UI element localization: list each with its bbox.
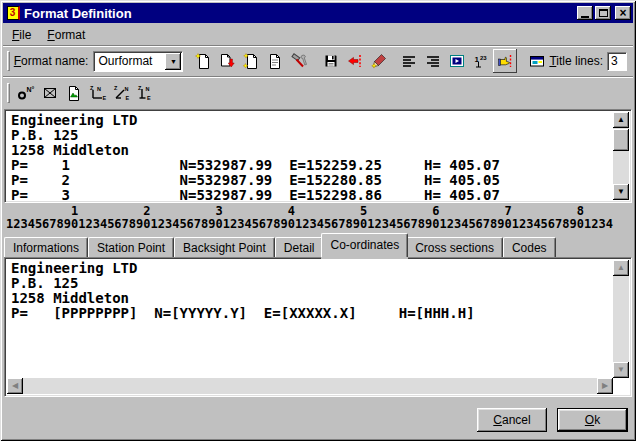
new-document-icon xyxy=(195,53,211,69)
align-left-button[interactable] xyxy=(397,49,421,73)
preview-line: P= 1 N=532987.99 E=152259.25 H= 405.07 xyxy=(11,158,613,173)
import-document-button[interactable] xyxy=(215,49,239,73)
edit-document-button[interactable] xyxy=(239,49,263,73)
svg-text:Z: Z xyxy=(114,85,118,91)
minimize-icon xyxy=(581,16,589,18)
tab-co-ordinates[interactable]: Co-ordinates xyxy=(321,233,408,257)
scroll-right-button[interactable]: ▶ xyxy=(597,378,613,394)
scroll-thumb[interactable] xyxy=(613,129,629,151)
menu-format[interactable]: Format xyxy=(39,26,93,44)
preview-line: 1258 Middleton xyxy=(11,143,613,158)
svg-text:N°: N° xyxy=(27,86,35,93)
field-toolbar-grip[interactable] xyxy=(7,83,10,103)
menubar: File Format xyxy=(3,24,633,45)
tab-detail[interactable]: Detail xyxy=(275,237,324,257)
format-name-label: Format name: xyxy=(14,54,89,68)
scroll-down-button[interactable]: ▼ xyxy=(613,184,629,200)
ok-button[interactable]: Ok xyxy=(557,408,628,432)
axis-slope-icon: Z N E xyxy=(113,85,131,101)
tab-codes[interactable]: Codes xyxy=(503,237,556,257)
svg-text:N: N xyxy=(146,86,150,92)
point-number-icon: N° xyxy=(17,85,35,101)
svg-text:E: E xyxy=(147,95,151,101)
column-ruler: 1 2 3 4 5 6 7 8 123456789012345678901234… xyxy=(6,205,630,233)
tab-informations[interactable]: Informations xyxy=(4,237,88,257)
scroll-up-icon: ▲ xyxy=(617,113,625,127)
format-line: 1258 Middleton xyxy=(11,291,613,306)
format-name-combo[interactable]: Ourformat ▼ xyxy=(93,51,183,72)
minimize-button[interactable] xyxy=(577,6,593,20)
svg-text:E: E xyxy=(126,95,130,101)
ruler-units-line: 1234567890123456789012345678901234567890… xyxy=(6,218,630,231)
field-toolbar: N° Z N E Z xyxy=(3,76,633,109)
axis-slope-button[interactable]: Z N E xyxy=(110,81,134,105)
new-document-button[interactable] xyxy=(191,49,215,73)
scroll-down-icon: ▼ xyxy=(617,363,625,377)
toolbar-grip[interactable] xyxy=(7,51,10,71)
numbering-button[interactable]: 1 23 xyxy=(469,49,493,73)
section-tabs: Informations Station Point Backsight Poi… xyxy=(4,235,632,257)
edit-hscrollbar[interactable]: ◀ ▶ xyxy=(7,378,613,394)
preview-line: P= 2 N=532987.99 E=152280.85 H= 405.05 xyxy=(11,173,613,188)
scroll-up-button[interactable]: ▲ xyxy=(613,260,629,276)
window-icon xyxy=(529,53,545,69)
insert-column-left-button[interactable] xyxy=(343,49,367,73)
tab-station-point[interactable]: Station Point xyxy=(88,237,174,257)
scroll-left-icon: ◀ xyxy=(12,379,18,393)
edit-vscrollbar[interactable]: ▲ ▼ xyxy=(613,260,629,378)
chevron-down-icon: ▼ xyxy=(170,58,177,65)
svg-text:E: E xyxy=(103,95,107,101)
scroll-left-button[interactable]: ◀ xyxy=(7,378,23,394)
menu-file[interactable]: File xyxy=(4,26,39,44)
tools-button[interactable] xyxy=(287,49,311,73)
preview-line: Engineering LTD xyxy=(11,113,613,128)
cancel-button[interactable]: Cancel xyxy=(477,408,547,432)
svg-text:N: N xyxy=(125,86,129,92)
format-text: Engineering LTD P.B. 125 1258 Middleton … xyxy=(7,260,613,378)
format-line: P.B. 125 xyxy=(11,276,613,291)
axis-plan-icon: Z N E xyxy=(89,85,107,101)
axis-plan-button[interactable]: Z N E xyxy=(86,81,110,105)
scroll-down-icon: ▼ xyxy=(617,185,625,199)
svg-text:N: N xyxy=(97,86,101,92)
format-line: P= [PPPPPPPP] N=[YYYYY.Y] E=[XXXXX.X] H=… xyxy=(11,306,613,321)
view-document-button[interactable] xyxy=(263,49,287,73)
pointing-hand-icon xyxy=(497,53,513,69)
save-button[interactable] xyxy=(319,49,343,73)
eraser-pen-icon xyxy=(371,53,387,69)
format-preview-pane[interactable]: Engineering LTD P.B. 125 1258 Middleton … xyxy=(4,109,632,203)
titlebar[interactable]: 3 Format Definition × xyxy=(3,3,633,23)
tab-backsight-point[interactable]: Backsight Point xyxy=(174,237,275,257)
point-number-button[interactable]: N° xyxy=(14,81,38,105)
align-right-button[interactable] xyxy=(421,49,445,73)
align-right-icon xyxy=(425,53,441,69)
format-line: Engineering LTD xyxy=(11,261,613,276)
axis-vertical-button[interactable]: Z N E xyxy=(134,81,158,105)
scroll-right-icon: ▶ xyxy=(602,379,608,393)
close-button[interactable]: × xyxy=(615,6,631,20)
image-document-button[interactable] xyxy=(62,81,86,105)
preview-text: Engineering LTD P.B. 125 1258 Middleton … xyxy=(7,112,613,200)
preview-vscrollbar[interactable]: ▲ ▼ xyxy=(613,112,629,200)
app-icon: 3 xyxy=(5,5,21,21)
format-window-button[interactable] xyxy=(525,49,549,73)
image-document-icon xyxy=(66,85,82,101)
scroll-up-button[interactable]: ▲ xyxy=(613,112,629,128)
format-definition-window: 3 Format Definition × File Format Format… xyxy=(0,0,636,441)
window-title: Format Definition xyxy=(24,6,577,21)
maximize-button[interactable] xyxy=(595,6,611,20)
format-edit-pane[interactable]: Engineering LTD P.B. 125 1258 Middleton … xyxy=(4,257,632,397)
format-name-value: Ourformat xyxy=(94,54,165,68)
import-document-icon xyxy=(219,53,235,69)
combo-dropdown-button[interactable]: ▼ xyxy=(165,53,181,70)
scroll-down-button[interactable]: ▼ xyxy=(613,362,629,378)
tab-cross-sections[interactable]: Cross sections xyxy=(406,237,503,257)
pick-field-button[interactable] xyxy=(493,49,517,73)
crossed-box-button[interactable] xyxy=(38,81,62,105)
erase-format-button[interactable] xyxy=(367,49,391,73)
title-lines-input[interactable] xyxy=(607,52,627,71)
axis-vertical-icon: Z N E xyxy=(137,85,155,101)
field-preview-button[interactable] xyxy=(445,49,469,73)
save-icon xyxy=(323,53,339,69)
scroll-up-icon: ▲ xyxy=(617,261,625,275)
